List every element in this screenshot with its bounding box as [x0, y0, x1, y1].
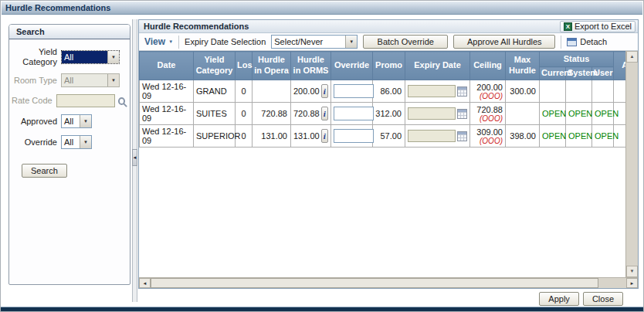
- yield-category-label: Yield Category: [11, 47, 57, 66]
- col-header-ceiling: Ceiling: [470, 52, 506, 80]
- override-input[interactable]: [334, 129, 374, 143]
- chevron-down-icon[interactable]: [345, 36, 357, 48]
- cell-override: [331, 125, 373, 148]
- expiry-date-selection-select[interactable]: Select/Never: [271, 35, 358, 49]
- detach-icon: [567, 38, 577, 46]
- chevron-down-icon: [107, 74, 119, 86]
- scroll-right-arrow-icon[interactable]: ►: [626, 278, 638, 288]
- scroll-left-arrow-icon[interactable]: ◄: [139, 278, 151, 288]
- vertical-scroll-track[interactable]: [626, 63, 638, 266]
- chevron-down-icon[interactable]: [107, 51, 119, 63]
- cell-hurdle-in-orms: 200.00 i: [291, 80, 331, 103]
- yield-category-select[interactable]: All: [61, 50, 120, 64]
- cell-hurdle-in-opera: [253, 80, 291, 103]
- view-menu-label: View: [144, 36, 165, 47]
- panel-header: Hurdle Recommendations X Export to Excel: [139, 20, 638, 33]
- cell-max-hurdle: 300.00: [506, 80, 540, 103]
- cell-max-hurdle: 398.00: [506, 125, 540, 148]
- horizontal-scrollbar[interactable]: ◄ ►: [139, 277, 638, 288]
- calendar-icon[interactable]: [457, 131, 467, 141]
- cell-hurdle-in-opera: 131.00: [253, 125, 291, 148]
- calendar-icon[interactable]: [457, 109, 467, 119]
- horizontal-scroll-track[interactable]: [598, 278, 626, 288]
- override-input[interactable]: [334, 84, 374, 98]
- cell-date: Wed 12-16-09: [140, 103, 194, 125]
- cell-hurdle-in-orms: 720.88 i: [291, 103, 331, 125]
- ceiling-ooo-note: (OOO): [473, 137, 503, 145]
- col-header-expiry-date: Expiry Date: [405, 52, 470, 80]
- search-lookup-icon[interactable]: [118, 97, 125, 105]
- scroll-down-arrow-icon[interactable]: ▼: [626, 266, 638, 277]
- room-type-value: All: [62, 74, 107, 86]
- approved-select[interactable]: All: [61, 114, 92, 128]
- search-panel-title: Search: [16, 27, 45, 36]
- export-to-excel-button[interactable]: X Export to Excel: [560, 21, 636, 32]
- approve-all-hurdles-button[interactable]: Approve All Hurdles: [453, 35, 555, 49]
- splitter-collapse-button[interactable]: [132, 149, 137, 166]
- cell-promo: 57.00: [373, 125, 405, 148]
- table-scroll-area: Date Yield Category Los Hurdle in Opera …: [139, 51, 625, 277]
- expiry-date-selection-label: Expiry Date Selection: [185, 37, 266, 46]
- cell-status-user: OPEN: [592, 103, 614, 125]
- yield-category-value: All: [62, 51, 107, 63]
- override-input[interactable]: [334, 107, 374, 120]
- rate-code-label: Rate Code: [11, 96, 53, 106]
- override-select[interactable]: All: [61, 135, 92, 149]
- calendar-icon[interactable]: [457, 86, 467, 97]
- cell-expiry-date: [405, 103, 470, 125]
- chevron-down-icon[interactable]: [80, 136, 91, 148]
- cell-ceiling: 200.00 (OOO): [470, 80, 506, 103]
- info-icon[interactable]: i: [321, 84, 328, 98]
- cell-yield-category: SUITES: [194, 103, 236, 125]
- close-button[interactable]: Close: [583, 292, 623, 306]
- cell-ceiling: 309.00 (OOO): [470, 125, 506, 148]
- ceiling-ooo-note: (OOO): [473, 92, 503, 100]
- table-row[interactable]: Wed 12-16-09 SUPERIOR 0 131.00 131.00 i: [140, 125, 626, 148]
- room-type-select: All: [61, 73, 120, 87]
- info-icon[interactable]: i: [321, 129, 328, 143]
- hurdle-in-orms-value: 720.88: [293, 109, 320, 118]
- view-menu-button[interactable]: View: [144, 36, 173, 47]
- cell-date: Wed 12-16-09: [140, 80, 194, 103]
- yield-category-field-row: Yield Category All: [11, 47, 125, 66]
- cell-approve-clipped: [614, 80, 626, 103]
- search-button[interactable]: Search: [22, 164, 67, 178]
- col-header-promo: Promo: [373, 52, 405, 80]
- cell-expiry-date: [405, 80, 470, 103]
- cell-expiry-date: [405, 125, 470, 148]
- search-panel-header: Search: [9, 25, 130, 39]
- cell-promo: 312.00: [373, 103, 405, 125]
- chevron-down-icon[interactable]: [80, 115, 91, 127]
- ceiling-value: 200.00: [473, 83, 503, 92]
- apply-button[interactable]: Apply: [539, 292, 579, 306]
- scroll-up-arrow-icon[interactable]: ▲: [626, 51, 638, 63]
- approved-field-row: Approved All: [11, 114, 125, 128]
- expiry-date-input[interactable]: [408, 130, 456, 142]
- hurdle-recommendations-panel: Hurdle Recommendations X Export to Excel…: [138, 19, 639, 289]
- cell-promo: 86.00: [373, 80, 405, 103]
- override-field-row: Override All: [11, 135, 125, 149]
- batch-override-button[interactable]: Batch Override: [363, 35, 448, 49]
- approved-value: All: [62, 115, 80, 127]
- hurdle-in-orms-value: 200.00: [293, 86, 320, 96]
- table-row[interactable]: Wed 12-16-09 GRAND 0 200.00 i: [140, 80, 626, 103]
- cell-date: Wed 12-16-09: [140, 125, 194, 148]
- col-header-hurdle-in-orms: Hurdle in ORMS: [291, 52, 331, 80]
- col-header-status-system: System: [566, 67, 592, 80]
- cell-override: [331, 80, 373, 103]
- vertical-scrollbar[interactable]: ▲ ▼: [625, 51, 638, 277]
- expiry-date-input[interactable]: [408, 85, 456, 97]
- table-row[interactable]: Wed 12-16-09 SUITES 0 720.88 720.88 i: [140, 103, 626, 125]
- col-header-status-current: Current: [540, 67, 566, 80]
- panel-splitter[interactable]: [132, 19, 137, 302]
- info-icon[interactable]: i: [321, 107, 328, 120]
- expiry-date-input[interactable]: [408, 107, 456, 120]
- cell-status-system: [566, 80, 592, 103]
- col-header-yield-category: Yield Category: [194, 52, 236, 80]
- window-bottom-bar: [1, 307, 643, 311]
- cell-max-hurdle: [506, 103, 540, 125]
- rate-code-input[interactable]: [56, 94, 115, 107]
- detach-button[interactable]: Detach: [567, 37, 607, 46]
- horizontal-scroll-thumb[interactable]: [151, 278, 598, 288]
- ceiling-value: 720.88: [473, 105, 503, 114]
